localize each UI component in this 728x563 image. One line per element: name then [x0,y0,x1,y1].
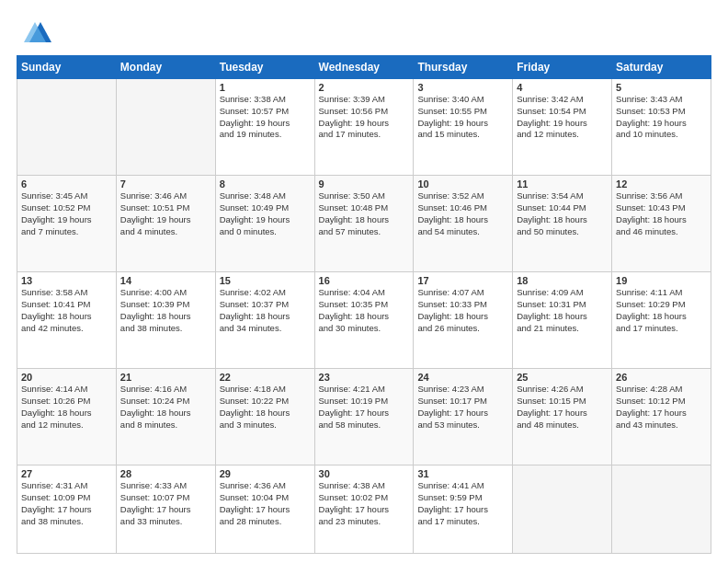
day-number: 13 [21,275,112,286]
week-row-3: 13Sunrise: 3:58 AM Sunset: 10:41 PM Dayl… [17,272,711,369]
calendar-cell: 22Sunrise: 4:18 AM Sunset: 10:22 PM Dayl… [215,369,314,465]
calendar-cell: 28Sunrise: 4:33 AM Sunset: 10:07 PM Dayl… [116,465,215,554]
day-info: Sunrise: 3:54 AM Sunset: 10:44 PM Daylig… [517,190,608,237]
calendar-cell: 2Sunrise: 3:39 AM Sunset: 10:56 PM Dayli… [314,79,414,176]
day-number: 17 [417,275,508,286]
day-info: Sunrise: 3:52 AM Sunset: 10:46 PM Daylig… [417,190,508,237]
day-info: Sunrise: 4:31 AM Sunset: 10:09 PM Daylig… [21,480,112,527]
day-number: 19 [616,275,707,286]
weekday-header-wednesday: Wednesday [314,56,414,79]
day-info: Sunrise: 4:00 AM Sunset: 10:39 PM Daylig… [120,287,211,334]
calendar-cell: 8Sunrise: 3:48 AM Sunset: 10:49 PM Dayli… [215,176,314,272]
calendar-cell: 21Sunrise: 4:16 AM Sunset: 10:24 PM Dayl… [116,369,215,465]
day-info: Sunrise: 3:50 AM Sunset: 10:48 PM Daylig… [319,190,410,237]
day-number: 24 [417,372,508,383]
day-number: 14 [120,275,211,286]
calendar-cell: 31Sunrise: 4:41 AM Sunset: 9:59 PM Dayli… [414,465,513,554]
day-info: Sunrise: 4:04 AM Sunset: 10:35 PM Daylig… [319,287,410,334]
calendar-cell: 10Sunrise: 3:52 AM Sunset: 10:46 PM Dayl… [414,176,513,272]
day-number: 28 [120,468,211,479]
week-row-5: 27Sunrise: 4:31 AM Sunset: 10:09 PM Dayl… [17,465,711,554]
calendar-table: SundayMondayTuesdayWednesdayThursdayFrid… [17,55,711,554]
logo-icon [22,17,53,48]
calendar-cell: 16Sunrise: 4:04 AM Sunset: 10:35 PM Dayl… [314,272,414,369]
day-info: Sunrise: 4:11 AM Sunset: 10:29 PM Daylig… [616,287,707,334]
day-number: 22 [220,372,311,383]
day-info: Sunrise: 3:40 AM Sunset: 10:55 PM Daylig… [417,94,508,141]
day-info: Sunrise: 3:38 AM Sunset: 10:57 PM Daylig… [220,94,311,141]
calendar-cell: 27Sunrise: 4:31 AM Sunset: 10:09 PM Dayl… [17,465,117,554]
day-number: 1 [220,82,311,93]
day-info: Sunrise: 4:41 AM Sunset: 9:59 PM Dayligh… [417,480,508,527]
calendar-cell: 13Sunrise: 3:58 AM Sunset: 10:41 PM Dayl… [17,272,117,369]
day-info: Sunrise: 4:28 AM Sunset: 10:12 PM Daylig… [616,384,707,431]
day-info: Sunrise: 4:07 AM Sunset: 10:33 PM Daylig… [417,287,508,334]
calendar-cell: 19Sunrise: 4:11 AM Sunset: 10:29 PM Dayl… [612,272,711,369]
calendar-cell: 1Sunrise: 3:38 AM Sunset: 10:57 PM Dayli… [215,79,314,176]
day-info: Sunrise: 4:02 AM Sunset: 10:37 PM Daylig… [220,287,311,334]
day-number: 5 [616,82,707,93]
weekday-header-saturday: Saturday [612,56,711,79]
page: SundayMondayTuesdayWednesdayThursdayFrid… [0,0,728,563]
header [17,17,711,48]
day-number: 9 [319,178,410,190]
day-info: Sunrise: 3:48 AM Sunset: 10:49 PM Daylig… [220,190,311,237]
calendar-cell: 26Sunrise: 4:28 AM Sunset: 10:12 PM Dayl… [612,369,711,465]
day-info: Sunrise: 4:21 AM Sunset: 10:19 PM Daylig… [319,384,410,431]
calendar-cell: 30Sunrise: 4:38 AM Sunset: 10:02 PM Dayl… [314,465,414,554]
day-number: 8 [220,178,311,190]
day-info: Sunrise: 4:33 AM Sunset: 10:07 PM Daylig… [120,480,211,527]
day-number: 27 [21,468,112,479]
day-number: 25 [517,372,608,383]
calendar-cell: 6Sunrise: 3:45 AM Sunset: 10:52 PM Dayli… [17,176,117,272]
calendar-cell: 23Sunrise: 4:21 AM Sunset: 10:19 PM Dayl… [314,369,414,465]
day-info: Sunrise: 3:46 AM Sunset: 10:51 PM Daylig… [120,190,211,237]
day-number: 16 [319,275,410,286]
weekday-header-thursday: Thursday [414,56,513,79]
calendar-cell: 25Sunrise: 4:26 AM Sunset: 10:15 PM Dayl… [513,369,612,465]
day-info: Sunrise: 4:18 AM Sunset: 10:22 PM Daylig… [220,384,311,431]
calendar-cell: 12Sunrise: 3:56 AM Sunset: 10:43 PM Dayl… [612,176,711,272]
day-info: Sunrise: 3:42 AM Sunset: 10:54 PM Daylig… [517,94,608,141]
day-info: Sunrise: 4:26 AM Sunset: 10:15 PM Daylig… [517,384,608,431]
day-number: 21 [120,372,211,383]
day-info: Sunrise: 4:23 AM Sunset: 10:17 PM Daylig… [417,384,508,431]
day-number: 11 [517,178,608,190]
day-info: Sunrise: 3:43 AM Sunset: 10:53 PM Daylig… [616,94,707,141]
calendar-cell [17,79,117,176]
logo [17,17,53,48]
calendar-cell: 7Sunrise: 3:46 AM Sunset: 10:51 PM Dayli… [116,176,215,272]
week-row-2: 6Sunrise: 3:45 AM Sunset: 10:52 PM Dayli… [17,176,711,272]
day-number: 7 [120,178,211,190]
calendar-cell: 24Sunrise: 4:23 AM Sunset: 10:17 PM Dayl… [414,369,513,465]
calendar-cell: 11Sunrise: 3:54 AM Sunset: 10:44 PM Dayl… [513,176,612,272]
day-number: 23 [319,372,410,383]
calendar-cell: 17Sunrise: 4:07 AM Sunset: 10:33 PM Dayl… [414,272,513,369]
calendar-cell: 20Sunrise: 4:14 AM Sunset: 10:26 PM Dayl… [17,369,117,465]
day-info: Sunrise: 3:56 AM Sunset: 10:43 PM Daylig… [616,190,707,237]
week-row-4: 20Sunrise: 4:14 AM Sunset: 10:26 PM Dayl… [17,369,711,465]
calendar-cell: 3Sunrise: 3:40 AM Sunset: 10:55 PM Dayli… [414,79,513,176]
day-info: Sunrise: 3:39 AM Sunset: 10:56 PM Daylig… [319,94,410,141]
weekday-header-tuesday: Tuesday [215,56,314,79]
calendar-cell [612,465,711,554]
calendar-cell: 5Sunrise: 3:43 AM Sunset: 10:53 PM Dayli… [612,79,711,176]
day-number: 31 [417,468,508,479]
day-number: 4 [517,82,608,93]
day-info: Sunrise: 4:09 AM Sunset: 10:31 PM Daylig… [517,287,608,334]
day-number: 2 [319,82,410,93]
weekday-header-row: SundayMondayTuesdayWednesdayThursdayFrid… [17,56,711,79]
day-info: Sunrise: 3:45 AM Sunset: 10:52 PM Daylig… [21,190,112,237]
day-number: 30 [319,468,410,479]
day-number: 10 [417,178,508,190]
day-info: Sunrise: 4:38 AM Sunset: 10:02 PM Daylig… [319,480,410,527]
calendar-cell: 15Sunrise: 4:02 AM Sunset: 10:37 PM Dayl… [215,272,314,369]
day-number: 18 [517,275,608,286]
weekday-header-monday: Monday [116,56,215,79]
calendar-cell: 4Sunrise: 3:42 AM Sunset: 10:54 PM Dayli… [513,79,612,176]
calendar-cell: 9Sunrise: 3:50 AM Sunset: 10:48 PM Dayli… [314,176,414,272]
day-number: 12 [616,178,707,190]
week-row-1: 1Sunrise: 3:38 AM Sunset: 10:57 PM Dayli… [17,79,711,176]
calendar-cell: 14Sunrise: 4:00 AM Sunset: 10:39 PM Dayl… [116,272,215,369]
day-number: 26 [616,372,707,383]
